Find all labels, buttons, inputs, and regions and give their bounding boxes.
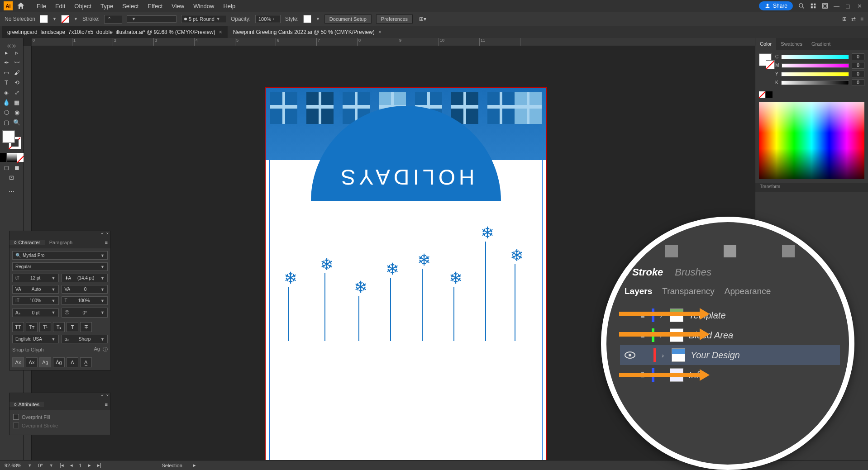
stroke-weight-field[interactable]: ⌃ [104, 15, 122, 24]
rectangle-tool[interactable]: ▭ [1, 68, 11, 77]
shape-builder-tool[interactable]: ⬡ [1, 108, 11, 117]
color-mode-btn[interactable] [0, 153, 6, 162]
snap-btn[interactable]: Ax [12, 357, 24, 367]
chevron-down-icon[interactable]: ▼ [316, 17, 320, 21]
allcaps-button[interactable]: TT [12, 322, 24, 332]
prev-artboard-icon[interactable]: ◂ [70, 462, 73, 468]
strikethrough-button[interactable]: T̶ [80, 322, 92, 332]
close-icon[interactable]: × [106, 231, 109, 237]
attributes-tab[interactable]: ◊Attributes [10, 402, 44, 407]
language-field[interactable]: English: USA▼ [12, 335, 59, 343]
last-artboard-icon[interactable]: ▸| [97, 462, 101, 468]
color-spectrum[interactable] [759, 102, 864, 179]
color-tab[interactable]: Color [755, 38, 776, 50]
artboard-tool[interactable]: ▢ [1, 118, 11, 127]
share-button[interactable]: Share [759, 1, 793, 10]
snap-btn[interactable]: A̲ [80, 357, 92, 367]
preferences-button[interactable]: Preferences [376, 14, 413, 24]
panel-fill-swatch[interactable] [759, 53, 772, 66]
brush-dropdown[interactable]: 5 pt. Round▼ [181, 15, 226, 23]
cyan-slider[interactable] [781, 55, 849, 59]
direct-selection-tool[interactable]: ▹ [12, 48, 22, 57]
document-tab-active[interactable]: greetingcard_landscape_7x10to7x5_double_… [2, 26, 228, 38]
eraser-tool[interactable]: ◈ [1, 88, 11, 97]
transform-icon[interactable]: ⇄ [851, 16, 856, 22]
arrange-icon[interactable] [810, 3, 816, 9]
font-size-field[interactable]: tT12 pt▼ [12, 274, 59, 282]
yellow-value[interactable]: 0 [852, 71, 864, 77]
gradient-tool[interactable]: ▦ [12, 98, 22, 107]
align-icon[interactable]: ⊞▾ [419, 16, 426, 22]
menu-effect[interactable]: Effect [143, 3, 167, 9]
menu-object[interactable]: Object [70, 3, 96, 9]
smallcaps-button[interactable]: Tᴛ [26, 322, 38, 332]
panel-menu-icon[interactable]: ≡ [102, 240, 110, 245]
black-value[interactable]: 0 [852, 79, 864, 86]
close-icon[interactable]: × [378, 29, 382, 35]
menu-file[interactable]: File [32, 3, 51, 9]
maximize-icon[interactable]: ◻ [845, 3, 852, 9]
pen-tool[interactable]: ✒ [1, 58, 11, 67]
document-tab[interactable]: Newprint Greeting Cards 2022.ai @ 50 % (… [228, 26, 387, 38]
character-tab[interactable]: ◊Character [10, 240, 45, 245]
menu-icon[interactable]: ≡ [860, 16, 863, 22]
menu-select[interactable]: Select [118, 3, 143, 9]
nav-arrow-icon[interactable]: ▸ [193, 462, 196, 468]
workspace-icon[interactable] [822, 3, 828, 9]
chevron-down-icon[interactable]: ▼ [52, 17, 57, 21]
fill-indicator[interactable] [2, 130, 15, 143]
overprint-fill-checkbox[interactable] [13, 414, 19, 420]
vscale-field[interactable]: IT100%▼ [12, 296, 59, 305]
snap-btn[interactable]: A [67, 357, 78, 367]
first-artboard-icon[interactable]: |◂ [60, 462, 64, 468]
hscale-field[interactable]: T100%▼ [62, 296, 108, 305]
yellow-slider[interactable] [781, 72, 849, 76]
transform-tab[interactable]: Transform [755, 183, 868, 192]
font-family-field[interactable]: 🔍Myriad Pro▼ [12, 251, 108, 260]
black-swatch[interactable] [766, 91, 773, 98]
opacity-field[interactable]: 100%› [255, 15, 281, 23]
underline-button[interactable]: T̲ [67, 322, 78, 332]
black-slider[interactable] [781, 81, 849, 85]
cyan-value[interactable]: 0 [852, 53, 864, 60]
fill-swatch[interactable] [40, 15, 48, 23]
paintbrush-tool[interactable]: 🖌 [12, 68, 22, 77]
blend-tool[interactable]: ◉ [12, 108, 22, 117]
kerning-field[interactable]: VAAuto▼ [12, 285, 59, 294]
selection-tool[interactable]: ▸ [1, 48, 11, 57]
zoom-tool[interactable]: 🔍 [12, 118, 22, 127]
style-swatch[interactable] [303, 15, 311, 23]
next-artboard-icon[interactable]: ▸ [88, 462, 91, 468]
magenta-slider[interactable] [782, 63, 849, 68]
home-icon[interactable] [16, 1, 25, 10]
font-style-field[interactable]: Regular▼ [12, 262, 108, 271]
scale-tool[interactable]: ⤢ [12, 88, 22, 97]
menu-type[interactable]: Type [96, 3, 118, 9]
close-icon[interactable]: × [219, 29, 222, 35]
menu-help[interactable]: Help [219, 3, 240, 9]
panel-menu-icon[interactable]: ≡ [102, 402, 110, 407]
menu-window[interactable]: Window [189, 3, 219, 9]
snap-btn[interactable]: Ax [26, 357, 38, 367]
collapse-icon[interactable]: « [101, 393, 104, 399]
glyph-icon[interactable]: Ag [94, 346, 100, 353]
minimize-icon[interactable]: — [834, 3, 840, 9]
zoom-level[interactable]: 92.68% [5, 463, 21, 468]
superscript-button[interactable]: T¹ [39, 322, 51, 332]
baseline-field[interactable]: Aₐ0 pt▼ [12, 309, 59, 317]
paragraph-tab[interactable]: Paragraph [45, 240, 77, 245]
draw-normal[interactable]: ◻ [1, 163, 11, 172]
fill-stroke-indicator[interactable] [2, 130, 21, 149]
magenta-value[interactable]: 0 [852, 62, 864, 69]
close-icon[interactable]: × [106, 393, 109, 399]
artboard[interactable]: HOLIDAYS ❄❄ ❄❄ ❄❄ ❄❄ newprint™ [266, 88, 546, 460]
leading-field[interactable]: ⬍A(14.4 pt)▼ [62, 274, 108, 282]
rotate-tool[interactable]: ⟲ [12, 78, 22, 87]
stroke-swatch[interactable] [61, 15, 69, 23]
document-setup-button[interactable]: Document Setup [324, 14, 372, 24]
stroke-profile-dropdown[interactable]: ▼ [127, 15, 176, 23]
snap-btn[interactable]: Ag [39, 357, 51, 367]
menu-edit[interactable]: Edit [51, 3, 70, 9]
chevron-down-icon[interactable]: ▼ [74, 17, 78, 21]
gradient-tab[interactable]: Gradient [807, 38, 835, 50]
